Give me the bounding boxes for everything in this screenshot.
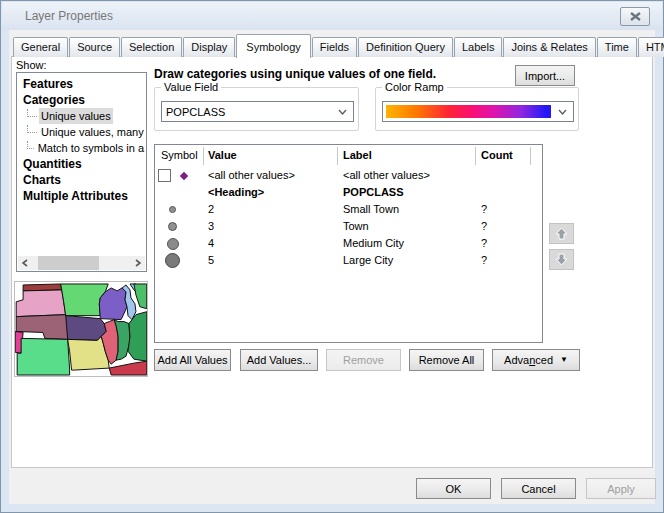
close-icon (630, 12, 641, 21)
header-count: Count (481, 149, 513, 161)
value-field-combobox[interactable]: POPCLASS (161, 101, 354, 122)
ok-button[interactable]: OK (416, 478, 491, 499)
title-bar[interactable]: Layer Properties (2, 2, 662, 30)
tab-general[interactable]: General (13, 37, 68, 57)
scroll-left-arrow-icon[interactable] (18, 256, 32, 270)
show-label: Show: (16, 59, 47, 71)
tree-horizontal-scrollbar[interactable] (18, 256, 145, 270)
tree-item-unique-values[interactable]: Unique values (17, 108, 146, 124)
scrollbar-thumb[interactable] (38, 256, 99, 270)
scrollbar-track[interactable] (32, 256, 131, 270)
table-row[interactable]: 2 Small Town ? (155, 201, 542, 218)
arrow-up-icon (554, 226, 569, 241)
cancel-button[interactable]: Cancel (501, 478, 576, 499)
import-button[interactable]: Import... (515, 65, 575, 86)
color-ramp-combobox[interactable] (382, 101, 574, 122)
all-other-values-checkbox[interactable] (158, 169, 171, 182)
page-heading: Draw categories using unique values of o… (154, 67, 436, 81)
column-divider (337, 147, 338, 165)
column-divider (203, 147, 204, 165)
color-ramp-gradient (386, 105, 551, 118)
tree-connector (27, 141, 34, 149)
apply-button: Apply (586, 478, 656, 499)
value-field-group: Value Field POPCLASS (154, 87, 359, 131)
table-row[interactable]: 5 Large City ? (155, 252, 542, 269)
chevron-down-icon[interactable] (551, 109, 573, 115)
close-button[interactable] (620, 7, 650, 26)
header-symbol: Symbol (161, 149, 198, 161)
layer-properties-dialog: Layer Properties General Source Selectio… (0, 0, 664, 513)
column-divider (530, 147, 531, 165)
header-value: Value (208, 149, 237, 161)
table-row[interactable]: 3 Town ? (155, 218, 542, 235)
tree-item-features[interactable]: Features (17, 76, 146, 92)
circle-symbol[interactable] (165, 253, 180, 268)
color-ramp-group: Color Ramp (375, 87, 579, 131)
tab-fields[interactable]: Fields (312, 37, 357, 57)
remove-all-button[interactable]: Remove All (409, 349, 484, 371)
tree-item-charts[interactable]: Charts (17, 172, 146, 188)
tree-item-multiple-attributes[interactable]: Multiple Attributes (17, 188, 146, 204)
header-label: Label (343, 149, 372, 161)
move-up-button[interactable] (549, 223, 574, 244)
circle-symbol[interactable] (168, 222, 177, 231)
value-field-label: Value Field (161, 81, 221, 93)
tab-labels[interactable]: Labels (454, 37, 502, 57)
remove-button: Remove (326, 349, 401, 371)
tree-item-quantities[interactable]: Quantities (17, 156, 146, 172)
tab-display[interactable]: Display (183, 37, 235, 57)
tree-connector (27, 109, 37, 117)
advanced-button[interactable]: Advanced ▼ (492, 349, 580, 371)
window-title: Layer Properties (25, 9, 113, 23)
value-field-value: POPCLASS (162, 106, 331, 118)
table-row[interactable]: <all other values> <all other values> (155, 167, 542, 184)
tree-item-match-to-symbols[interactable]: Match to symbols in a (17, 140, 146, 156)
scroll-right-arrow-icon[interactable] (131, 256, 145, 270)
tab-source[interactable]: Source (69, 37, 120, 57)
add-all-values-button[interactable]: Add All Values (154, 349, 231, 371)
move-down-button[interactable] (549, 249, 574, 270)
column-divider (475, 147, 476, 165)
circle-symbol[interactable] (169, 206, 176, 213)
tree-item-unique-values-many[interactable]: Unique values, many (17, 124, 146, 140)
symbology-page: Show: Features Categories Unique values … (11, 56, 653, 468)
tab-strip: General Source Selection Display Symbolo… (13, 32, 653, 57)
tree-item-categories[interactable]: Categories (17, 92, 146, 108)
map-preview (14, 281, 148, 377)
arrow-down-icon (554, 252, 569, 267)
chevron-down-icon[interactable] (331, 109, 353, 115)
color-ramp-label: Color Ramp (382, 81, 447, 93)
unique-values-table: Symbol Value Label Count <all other valu… (154, 144, 543, 343)
tab-selection[interactable]: Selection (121, 37, 182, 57)
show-tree-listbox: Features Categories Unique values Unique… (16, 72, 147, 272)
tab-html-popup[interactable]: HTML Popup (638, 37, 664, 57)
circle-symbol[interactable] (167, 238, 179, 250)
tab-definition-query[interactable]: Definition Query (358, 37, 453, 57)
dialog-body: General Source Selection Display Symbolo… (9, 30, 655, 504)
dialog-footer: OK Cancel Apply (9, 468, 655, 504)
dropdown-caret-icon: ▼ (560, 356, 568, 364)
table-row[interactable]: <Heading> POPCLASS (155, 184, 542, 201)
table-header: Symbol Value Label Count (155, 145, 542, 167)
table-row[interactable]: 4 Medium City ? (155, 235, 542, 252)
tree-connector (27, 125, 37, 133)
add-values-button[interactable]: Add Values... (240, 349, 318, 371)
tab-time[interactable]: Time (597, 37, 637, 57)
all-other-values-symbol[interactable] (180, 172, 188, 180)
tab-symbology[interactable]: Symbology (236, 34, 310, 58)
tab-joins-relates[interactable]: Joins & Relates (503, 37, 595, 57)
